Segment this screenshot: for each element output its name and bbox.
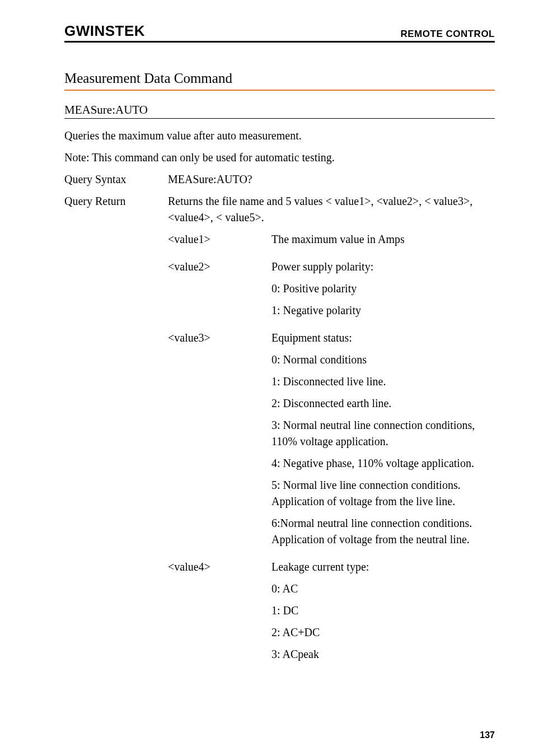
brand-logo: GWINSTEK [64,22,145,40]
value-spacer [168,581,271,597]
value-spacer [168,455,271,472]
value-spacer [168,374,271,390]
value-spacer [64,330,168,553]
value3-desc5: 3: Normal neutral line connection condit… [271,417,495,450]
value4-desc2: 0: AC [271,581,495,597]
query-syntax-value: MEASure:AUTO? [168,171,495,188]
value2-row: <value2> Power supply polarity: 0: Posit… [64,259,495,324]
query-syntax-label: Query Syntax [64,171,168,188]
value-spacer [168,352,271,368]
value1-desc: The maximum value in Amps [271,231,495,248]
value2-desc3: 1: Negative polarity [271,302,495,319]
value4-desc1: Leakage current type: [271,559,495,575]
value4-desc3: 1: DC [271,603,495,619]
command-divider [64,118,495,119]
value3-desc1: Equipment status: [271,330,495,346]
value4-row: <value4> Leakage current type: 0: AC 1: … [64,559,495,668]
query-return-desc: Returns the file name and 5 values < val… [168,193,495,226]
command-title: MEASure:AUTO [64,103,495,117]
value-spacer [168,603,271,619]
value-spacer [168,477,271,510]
value-spacer [64,231,168,253]
query-return-label: Query Return [64,193,168,226]
value-spacer [64,259,168,324]
value4-desc5: 3: ACpeak [271,646,495,662]
header: GWINSTEK REMOTE CONTROL [64,22,495,40]
value3-desc6: 4: Negative phase, 110% voltage applicat… [271,455,495,472]
value3-desc2: 0: Normal conditions [271,352,495,368]
value4-desc4: 2: AC+DC [271,624,495,641]
value3-desc7: 5: Normal live line connection condition… [271,477,495,510]
value3-label: <value3> [168,330,271,346]
header-title: REMOTE CONTROL [401,29,495,40]
value-spacer [168,646,271,662]
query-syntax-row: Query Syntax MEASure:AUTO? [64,171,495,188]
value3-desc3: 1: Disconnected live line. [271,374,495,390]
query-return-row: Query Return Returns the file name and 5… [64,193,495,226]
value-spacer [168,395,271,412]
value-spacer [168,624,271,641]
value2-desc1: Power supply polarity: [271,259,495,275]
value1-label: <value1> [168,231,271,248]
value-spacer [168,281,271,297]
header-divider [64,41,495,43]
value1-row: <value1> The maximum value in Amps [64,231,495,253]
value-spacer [168,515,271,548]
section-title: Measurement Data Command [64,71,495,86]
value3-desc4: 2: Disconnected earth line. [271,395,495,412]
page-number: 137 [480,730,495,740]
value-spacer [64,559,168,668]
value4-label: <value4> [168,559,271,575]
section-divider [64,90,495,91]
value2-label: <value2> [168,259,271,275]
value-spacer [168,417,271,450]
intro-line-1: Queries the maximum value after auto mea… [64,128,495,144]
value2-desc2: 0: Positive polarity [271,281,495,297]
intro-line-2: Note: This command can only be used for … [64,150,495,166]
value3-desc8: 6:Normal neutral line connection conditi… [271,515,495,548]
value3-row: <value3> Equipment status: 0: Normal con… [64,330,495,553]
value-spacer [168,302,271,319]
